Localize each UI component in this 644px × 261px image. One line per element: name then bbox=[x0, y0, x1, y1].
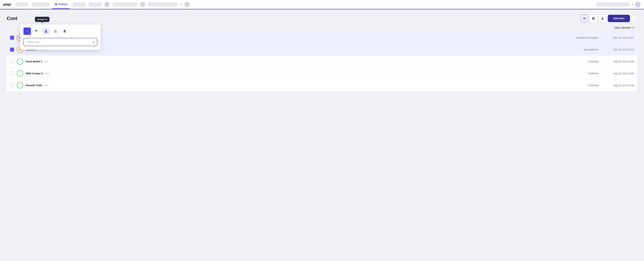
row-checkbox-3[interactable] bbox=[10, 60, 14, 64]
row-status-4: Published bbox=[574, 72, 604, 75]
nav-pill-1[interactable] bbox=[15, 2, 28, 7]
ctx-export-button[interactable] bbox=[52, 28, 59, 35]
view-list-button[interactable] bbox=[580, 15, 588, 22]
page-title: Cont bbox=[7, 16, 18, 21]
row-title-5: Renault Trafic bbox=[26, 84, 42, 87]
view-grid-button[interactable] bbox=[590, 15, 597, 22]
row-info-4: MINI Cooper S Car bbox=[26, 72, 49, 75]
export-icon bbox=[54, 30, 57, 33]
assign-to-tooltip: Assign to bbox=[35, 17, 50, 22]
svg-rect-3 bbox=[583, 18, 586, 19]
nav-pill-5[interactable] bbox=[112, 2, 137, 7]
ctx-minus-button[interactable]: − bbox=[24, 28, 31, 35]
context-menu-popup: Assign to − bbox=[20, 24, 100, 50]
row-category-5: Car bbox=[44, 84, 48, 87]
select-user-placeholder: Select user bbox=[27, 40, 40, 44]
svg-rect-7 bbox=[592, 18, 593, 20]
flag-icon bbox=[35, 30, 38, 33]
clear-selection-label: Clear selection bbox=[614, 26, 631, 29]
top-navigation: prepr Content ▾ ▾ bbox=[0, 0, 644, 10]
ctx-assign-button[interactable] bbox=[42, 28, 50, 35]
svg-rect-8 bbox=[594, 18, 594, 20]
view-lab-button[interactable] bbox=[599, 15, 606, 22]
row-date-4: Aug 26, 2024 14:00 bbox=[604, 72, 634, 75]
nav-active-label: Content bbox=[58, 3, 67, 6]
trash-icon bbox=[63, 30, 66, 33]
nav-pill-2[interactable] bbox=[31, 2, 50, 7]
nav-pill-4[interactable] bbox=[88, 2, 102, 7]
select-user-dropdown[interactable]: Select user ▾ bbox=[24, 38, 97, 46]
ctx-delete-button[interactable] bbox=[61, 28, 68, 35]
nav-pill-3[interactable] bbox=[72, 2, 86, 7]
nav-chevron[interactable]: ▾ bbox=[180, 3, 182, 6]
left-strip bbox=[0, 26, 5, 30]
svg-rect-6 bbox=[594, 17, 594, 18]
row-category-3: Car bbox=[44, 60, 48, 63]
header-actions: Add item ‹ bbox=[580, 15, 637, 22]
topnav-right-pill[interactable] bbox=[596, 2, 630, 7]
lab-icon bbox=[601, 17, 604, 20]
row-avatar-5: − bbox=[17, 82, 23, 88]
table-row: ML Unpublished changes Nov 18, 2024 16:0… bbox=[7, 32, 637, 44]
main-content: Cont bbox=[0, 10, 644, 96]
row-info-3: Tesla Model Y Car bbox=[26, 60, 48, 63]
clear-selection-bar: Clear selection × bbox=[7, 26, 637, 30]
user-assign-icon bbox=[44, 29, 48, 33]
row-checkbox-4[interactable] bbox=[10, 72, 14, 76]
row-checkbox-5[interactable] bbox=[10, 83, 14, 87]
table-row: ML Number 1 Category Not published Sep 2… bbox=[7, 44, 637, 56]
topnav-right-chevron[interactable]: ▾ bbox=[632, 3, 633, 6]
nav-pill-6[interactable] bbox=[148, 2, 178, 7]
topnav-avatar[interactable] bbox=[635, 2, 641, 8]
row-status-2: Not published bbox=[574, 48, 604, 51]
svg-point-10 bbox=[45, 30, 46, 31]
row-info-5: Renault Trafic Car bbox=[26, 84, 48, 87]
table-row: − Renault Trafic Car Published Aug 26, 2… bbox=[7, 80, 637, 91]
row-title-3: Tesla Model Y bbox=[26, 60, 42, 63]
clear-selection-button[interactable]: × bbox=[632, 26, 634, 29]
select-user-chevron-icon: ▾ bbox=[93, 41, 94, 44]
nav-circle-3[interactable] bbox=[184, 2, 190, 7]
row-date-3: Aug 26, 2024 14:00 bbox=[604, 60, 634, 63]
row-date-5: Aug 26, 2024 13:59 bbox=[604, 84, 634, 87]
chevron-left-icon: ‹ bbox=[634, 17, 635, 20]
row-status-5: Published bbox=[574, 84, 604, 87]
nav-circle-2[interactable] bbox=[140, 2, 145, 7]
row-status-1: Unpublished changes bbox=[574, 36, 604, 39]
svg-rect-11 bbox=[54, 32, 56, 32]
minus-icon: − bbox=[26, 29, 28, 33]
table-row: − MINI Cooper S Car Published Aug 26, 20… bbox=[7, 68, 637, 80]
document-icon bbox=[55, 3, 57, 6]
context-menu-actions: − bbox=[24, 28, 97, 35]
row-checkbox-1[interactable] bbox=[10, 36, 14, 40]
row-checkbox-2[interactable] bbox=[10, 48, 14, 52]
row-avatar-4: − bbox=[17, 70, 23, 76]
row-date-1: Nov 18, 2024 16:07 bbox=[604, 36, 634, 39]
collapse-button[interactable]: ‹ bbox=[632, 16, 637, 21]
row-title-4: MINI Cooper S bbox=[26, 72, 43, 75]
row-date-2: Sep 26, 2024 16:37 bbox=[604, 48, 634, 51]
list-icon bbox=[583, 17, 586, 20]
content-table: ML Unpublished changes Nov 18, 2024 16:0… bbox=[7, 32, 637, 91]
topnav-right: ▾ bbox=[596, 2, 641, 8]
grid-icon bbox=[592, 17, 595, 20]
row-category-4: Car bbox=[45, 72, 49, 75]
add-item-button[interactable]: Add item bbox=[608, 15, 630, 22]
toolbar-area: Assign to − bbox=[7, 26, 637, 30]
svg-rect-4 bbox=[583, 19, 586, 20]
row-status-3: Published bbox=[574, 60, 604, 63]
nav-circle-1[interactable] bbox=[104, 2, 110, 7]
nav-active-tab[interactable]: Content bbox=[52, 0, 70, 9]
svg-rect-2 bbox=[583, 18, 586, 18]
table-row: − Tesla Model Y Car Published Aug 26, 20… bbox=[7, 56, 637, 68]
app-logo: prepr bbox=[3, 2, 11, 6]
svg-rect-5 bbox=[592, 17, 593, 18]
row-avatar-3: − bbox=[17, 58, 23, 65]
page-header: Cont bbox=[7, 15, 637, 22]
tooltip-label: Assign to bbox=[37, 18, 47, 20]
ctx-flag-button[interactable] bbox=[33, 28, 40, 35]
